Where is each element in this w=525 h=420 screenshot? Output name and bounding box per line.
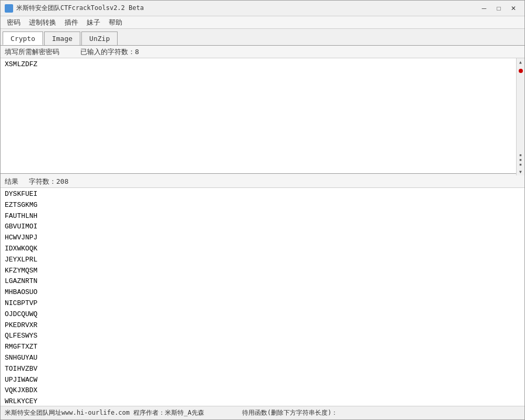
result-line: FAUTHLNH bbox=[5, 211, 520, 222]
menu-item-meizi[interactable]: 妹子 bbox=[82, 17, 104, 28]
result-line: WRLKYCEY bbox=[5, 396, 520, 406]
result-line: EZTSGKMG bbox=[5, 200, 520, 211]
results-toolbar: 结果 字符数：208 bbox=[1, 175, 524, 188]
tab-unzip[interactable]: UnZip bbox=[81, 32, 118, 45]
result-line: UPJIWACW bbox=[5, 375, 520, 386]
scroll-down-arrow[interactable]: ▼ bbox=[517, 168, 524, 175]
window-controls: ─ □ ✕ bbox=[477, 3, 520, 14]
input-wrapper: XSMLZDFZ ▲ ▪▪▪ ▼ bbox=[1, 58, 524, 175]
result-line: VQKJXBDX bbox=[5, 385, 520, 396]
menu-item-bangzhu[interactable]: 帮助 bbox=[104, 17, 127, 28]
result-line: KFZYMQSM bbox=[5, 266, 520, 277]
result-line: OJDCQUWQ bbox=[5, 309, 520, 320]
results-label: 结果 bbox=[5, 177, 18, 186]
scroll-track bbox=[517, 66, 524, 110]
tab-image[interactable]: Image bbox=[44, 32, 80, 45]
status-text: 米斯特安全团队网址www.hi-ourlife.com 程序作者：米斯特_A先森… bbox=[5, 408, 338, 417]
scroll-up-arrow[interactable]: ▲ bbox=[517, 58, 524, 66]
close-button[interactable]: ✕ bbox=[507, 3, 520, 14]
app-icon bbox=[5, 4, 13, 13]
input-toolbar: 填写所需解密密码 已输入的字符数：8 bbox=[1, 46, 524, 58]
result-line: MHBAOSUO bbox=[5, 287, 520, 298]
results-content[interactable]: DYSKFUEIEZTSGKMGFAUTHLNHGBVUIMOIHCWVJNPJ… bbox=[1, 188, 524, 406]
menu-item-mima[interactable]: 密码 bbox=[3, 17, 25, 28]
result-line: NICBPTVP bbox=[5, 298, 520, 309]
tab-bar: Crypto Image UnZip bbox=[1, 29, 524, 46]
result-line: QLFESWYS bbox=[5, 331, 520, 342]
result-line: DYSKFUEI bbox=[5, 189, 520, 200]
input-hint: 填写所需解密密码 bbox=[5, 47, 59, 57]
result-line: PKEDRVXR bbox=[5, 320, 520, 331]
maximize-button[interactable]: □ bbox=[492, 3, 506, 14]
status-bar: 米斯特安全团队网址www.hi-ourlife.com 程序作者：米斯特_A先森… bbox=[1, 406, 524, 419]
result-line: RMGFTXZT bbox=[5, 342, 520, 353]
menu-item-jinzhi[interactable]: 进制转换 bbox=[25, 17, 60, 28]
tab-crypto[interactable]: Crypto bbox=[3, 32, 43, 45]
results-char-count: 字符数：208 bbox=[29, 177, 68, 186]
result-line: HCWVJNPJ bbox=[5, 233, 520, 244]
menu-bar: 密码 进制转换 插件 妹子 帮助 bbox=[1, 16, 524, 29]
result-line: SNHGUYAU bbox=[5, 353, 520, 364]
title-bar: 米斯特安全团队CTFcrackToolsv2.2 Beta ─ □ ✕ bbox=[1, 1, 524, 16]
main-window: 米斯特安全团队CTFcrackToolsv2.2 Beta ─ □ ✕ 密码 进… bbox=[0, 0, 525, 420]
result-line: JEYXLPRL bbox=[5, 255, 520, 266]
window-title: 米斯特安全团队CTFcrackToolsv2.2 Beta bbox=[16, 4, 477, 13]
results-section: 结果 字符数：208 DYSKFUEIEZTSGKMGFAUTHLNHGBVUI… bbox=[1, 175, 524, 406]
char-count-label: 已输入的字符数：8 bbox=[80, 47, 139, 57]
result-line: GBVUIMOI bbox=[5, 222, 520, 233]
minimize-button[interactable]: ─ bbox=[477, 3, 491, 14]
red-indicator bbox=[519, 69, 523, 73]
menu-item-chajian[interactable]: 插件 bbox=[60, 17, 82, 28]
result-line: TOIHVZBV bbox=[5, 364, 520, 375]
input-scrollbar[interactable]: ▲ ▪▪▪ ▼ bbox=[516, 58, 524, 175]
result-line: IDXWKOQK bbox=[5, 244, 520, 255]
scroll-markers: ▪▪▪ bbox=[519, 153, 522, 168]
crypto-input[interactable]: XSMLZDFZ bbox=[1, 58, 516, 174]
input-section: 填写所需解密密码 已输入的字符数：8 XSMLZDFZ ▲ ▪▪▪ ▼ bbox=[1, 46, 524, 175]
result-line: LGAZNRTN bbox=[5, 276, 520, 287]
